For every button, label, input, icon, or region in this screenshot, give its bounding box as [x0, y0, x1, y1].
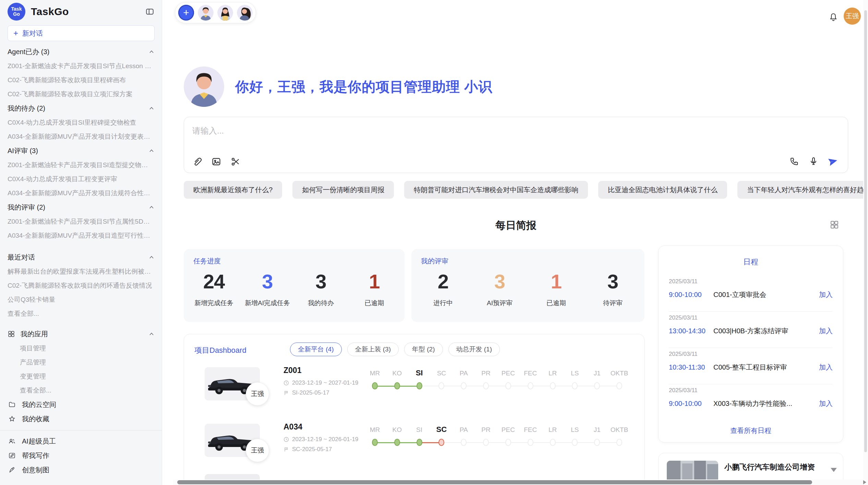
sidebar-item-label: C0X4-动力总成开发项目SI里程碑提交物检查: [8, 118, 136, 127]
sidebar-item[interactable]: 解释最新出台的欧盟报废车法规再生塑料比例被调至15%...: [0, 264, 162, 278]
section-header[interactable]: 我的待办 (2): [0, 101, 162, 115]
briefing-cards: 任务进度24新增完成任务3新增AI完成任务3我的待办1已逾期我的评审2进行中3A…: [184, 249, 644, 322]
app-title: TaskGo: [31, 6, 140, 17]
sidebar-item[interactable]: 项目管理: [0, 341, 162, 355]
section-header[interactable]: Agent已办 (3): [0, 45, 162, 59]
project-row[interactable]: 王强Z0012023-12-19 ~ 2027-01-19SI-2025-05-…: [184, 361, 644, 418]
milestone-label: PEC: [502, 426, 515, 433]
sidebar-tools: AI超级员工帮我写作创意制图: [0, 434, 162, 477]
sidebar-item[interactable]: A034-全新新能源MUV产品开发项目计划变更表编写: [0, 129, 162, 144]
stat: 2进行中: [415, 270, 471, 308]
sidebar-item[interactable]: 查看全部...: [0, 383, 162, 397]
avatar[interactable]: [217, 5, 233, 21]
sidebar-item[interactable]: Z001-全新燃油轻卡产品开发项目SI造型提交物评审: [0, 158, 162, 172]
stat: 3新增AI完成任务: [241, 270, 294, 308]
suggestion-chip[interactable]: 比亚迪全固态电池计划具体说了什么: [598, 181, 727, 199]
sidebar-tool-people[interactable]: AI超级员工: [0, 434, 162, 448]
microphone-icon[interactable]: [809, 157, 818, 166]
join-button[interactable]: 加入: [819, 326, 833, 336]
filter-chip[interactable]: 动总开发 (1): [448, 343, 500, 356]
sidebar-item[interactable]: C02-飞腾新能源轻客改款项目立项汇报方案: [0, 87, 162, 101]
milestone-label: LS: [571, 426, 579, 433]
paperclip-icon[interactable]: [192, 157, 202, 166]
sidebar-item[interactable]: Z001-全新燃油皮卡产品开发项目SI节点Lesson Learn报告: [0, 59, 162, 73]
sidebar-tool-pen[interactable]: 创意制图: [0, 463, 162, 477]
message-input[interactable]: [192, 123, 775, 138]
sidebar-item[interactable]: Z001-全新燃油轻卡产品开发项目SI节点属性5D文件评审: [0, 214, 162, 228]
milestone-dot-col: [408, 382, 431, 391]
recent-section-header[interactable]: 最近对话: [0, 250, 162, 264]
project-flag-label: SI-2025-05-17: [292, 389, 329, 396]
sidebar-item[interactable]: A034-全新新能源MUV产品开发项目造型可行性评审: [0, 228, 162, 242]
send-icon[interactable]: [828, 156, 838, 166]
milestone-label: FEC: [524, 370, 537, 377]
milestone-line: [364, 382, 630, 393]
my-apps-header[interactable]: 我的应用: [0, 327, 162, 341]
sidebar-item-star[interactable]: 我的收藏: [0, 412, 162, 426]
join-button[interactable]: 加入: [819, 399, 833, 408]
view-all-schedule-link[interactable]: 查看所有日程: [659, 426, 843, 435]
sidebar-item[interactable]: C02-飞腾新能源轻客改款项目的闭环通告反馈情况: [0, 278, 162, 293]
section-header[interactable]: 我的评审 (2): [0, 200, 162, 214]
new-chat-button[interactable]: + 新对话: [8, 25, 155, 41]
star-icon: [8, 415, 16, 423]
layout-grid-icon[interactable]: [830, 220, 839, 229]
avatar[interactable]: [198, 5, 214, 21]
sidebar-item[interactable]: 公司Q3轻卡销量: [0, 293, 162, 307]
scroll-right-arrow[interactable]: [863, 480, 866, 484]
sidebar-item-label: 公司Q3轻卡销量: [8, 295, 55, 304]
sidebar-item[interactable]: 变更管理: [0, 369, 162, 383]
horizontal-scrollbar-thumb[interactable]: [177, 480, 812, 484]
phone-icon[interactable]: [789, 157, 799, 166]
notification-bell-icon[interactable]: [829, 12, 838, 22]
milestone-dot-col: [497, 382, 519, 391]
suggestion-chip[interactable]: 特朗普可能对进口汽车增税会对中国车企造成哪些影响: [404, 181, 588, 199]
join-button[interactable]: 加入: [819, 363, 833, 372]
sidebar-item[interactable]: 产品管理: [0, 355, 162, 369]
sidebar-item-folder[interactable]: 我的云空间: [0, 397, 162, 412]
sidebar-collapse-icon[interactable]: [145, 7, 154, 16]
suggestion-chip[interactable]: 如何写一份清晰的项目周报: [292, 181, 394, 199]
scissors-icon[interactable]: [231, 157, 240, 166]
sidebar-item[interactable]: 查看全部...: [0, 307, 162, 321]
stat-row: 24新增完成任务3新增AI完成任务3我的待办1已逾期: [187, 270, 401, 308]
add-conversation-button[interactable]: +: [178, 5, 194, 21]
avatar[interactable]: [237, 5, 253, 21]
milestone-col: PA: [453, 370, 475, 377]
milestone-col: KO: [386, 426, 408, 434]
milestone-col: PA: [453, 426, 475, 434]
filter-chip[interactable]: 全新上装 (3): [347, 343, 399, 356]
project-info: A0342023-12-19 ~ 2026-01-19SC-2025-05-17: [284, 422, 358, 453]
vertical-scrollbar-thumb[interactable]: [864, 10, 867, 452]
sidebar-item[interactable]: C0X4-动力总成开发项目SI里程碑提交物检查: [0, 115, 162, 129]
sidebar-link-label: 我的云空间: [22, 400, 56, 409]
sidebar-item[interactable]: C0X4-动力总成开发项目工程变更评审: [0, 172, 162, 186]
milestone-dot: [483, 382, 489, 389]
sidebar-tool-write[interactable]: 帮我写作: [0, 448, 162, 463]
milestone-col: FEC: [519, 426, 542, 434]
sidebar-item-label: A034-全新新能源MUV产品开发项目计划变更表编写: [8, 132, 154, 141]
apps-grid-icon: [8, 330, 15, 338]
milestone-col: LR: [542, 426, 564, 434]
project-flag: SI-2025-05-17: [284, 389, 358, 396]
project-info: Z0012023-12-19 ~ 2027-01-19SI-2025-05-17: [284, 366, 358, 396]
user-avatar[interactable]: 王强: [844, 8, 861, 25]
section-header[interactable]: AI评审 (3): [0, 144, 162, 158]
project-row[interactable]: 王强A0342023-12-19 ~ 2026-01-19SC-2025-05-…: [184, 418, 644, 474]
sidebar-item[interactable]: A034-全新新能源MUV产品开发项目法规符合性评审: [0, 186, 162, 200]
join-button[interactable]: 加入: [819, 290, 833, 299]
suggestion-chip[interactable]: 欧洲新规最近颁布了什么?: [184, 181, 282, 199]
filter-chip[interactable]: 年型 (2): [404, 343, 443, 356]
recent-section-header-label: 最近对话: [8, 253, 35, 262]
scroll-down-arrow[interactable]: [831, 468, 837, 472]
image-icon[interactable]: [212, 157, 221, 166]
milestone-dot-col: [519, 439, 542, 447]
milestone-dot: [616, 382, 622, 389]
stat: 1已逾期: [348, 270, 401, 308]
milestone-line: [364, 439, 630, 449]
suggestion-chip[interactable]: 当下年轻人对汽车外观有怎样的喜好趋势: [737, 181, 868, 199]
sidebar-item[interactable]: C02-飞腾新能源轻客改款项目里程碑画布: [0, 73, 162, 87]
filter-chip[interactable]: 全新平台 (4): [290, 343, 342, 356]
stat-label: 已逾期: [528, 299, 584, 308]
people-icon: [8, 437, 16, 445]
